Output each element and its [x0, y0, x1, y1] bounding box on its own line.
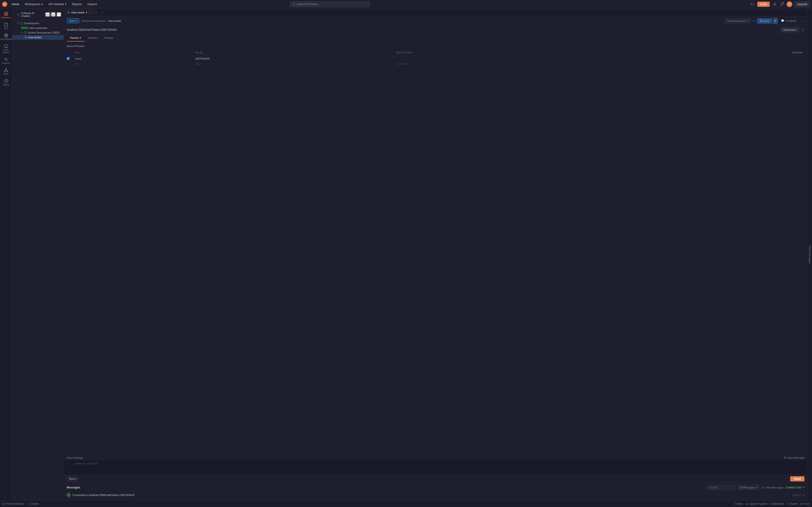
save-message-button[interactable]: Save Message: [784, 456, 805, 459]
save-dropdown-button[interactable]: ▾: [773, 18, 778, 24]
disconnect-button[interactable]: Disconnect: [780, 27, 799, 33]
trash-button[interactable]: Trash: [801, 503, 810, 505]
invite-button[interactable]: Invite: [757, 2, 770, 7]
req-tab-params[interactable]: Params: [67, 35, 85, 42]
bottom-bar: Find and Replace Console Cookies Capture…: [0, 500, 812, 507]
new-message-title: New message: [67, 456, 83, 459]
tab-close-btn[interactable]: ✕: [89, 11, 91, 14]
environment-select[interactable]: No Environment ▾: [725, 18, 751, 23]
upgrade-button[interactable]: Upgrade: [794, 1, 810, 7]
svg-point-30: [754, 20, 755, 21]
nav-reports[interactable]: Reports: [70, 2, 84, 7]
bell-icon-btn[interactable]: [779, 1, 785, 7]
row-key-cell[interactable]: token: [72, 56, 192, 61]
messages-search-input[interactable]: [707, 485, 735, 490]
breadcrumb-parent[interactable]: Socket-Development: [81, 19, 105, 22]
more-options-button[interactable]: ⋯: [57, 12, 61, 17]
sync-icon-btn[interactable]: [750, 1, 755, 7]
placeholder-checkbox-cell: [64, 61, 72, 66]
panel-header: Fullstack AI Chatbot New Import ⋯: [12, 8, 64, 21]
tree-item-token-generator[interactable]: POST token-generator: [12, 25, 64, 30]
app-logo[interactable]: [2, 1, 7, 7]
message-expand-btn[interactable]: ▾: [803, 494, 805, 496]
info-icon[interactable]: [801, 28, 805, 32]
main-area: Collections APIs Environments Mock Serve…: [0, 8, 812, 500]
sidebar-item-environments[interactable]: Environments: [1, 32, 11, 42]
params-table: KEY VALUE DESCRIPTION Bulk Edit token: [64, 49, 807, 66]
token-generator-label: token-generator: [30, 26, 48, 30]
tab-add-btn[interactable]: +: [94, 10, 98, 14]
placeholder-value-cell[interactable]: Value: [192, 61, 393, 66]
bulk-edit-button[interactable]: Bulk Edit: [791, 50, 805, 55]
chevron-icon-socket: ▼: [21, 32, 23, 34]
capture-requests-button[interactable]: Capture requests: [746, 503, 767, 505]
all-messages-filter[interactable]: All Messages ▾: [738, 485, 759, 490]
row-checkbox[interactable]: [67, 57, 69, 60]
bootcamp-button[interactable]: Bootcamp: [770, 503, 784, 505]
nav-home[interactable]: Home: [9, 2, 21, 7]
collections-panel: Fullstack AI Chatbot New Import ⋯ ▼ Deve: [12, 8, 64, 500]
tab-chat-socket[interactable]: chat-socket ✕: [65, 9, 93, 16]
search-bar[interactable]: Search Postman: [290, 1, 370, 7]
import-button[interactable]: Import: [51, 12, 56, 17]
row-desc-cell[interactable]: [393, 56, 611, 61]
sidebar-item-monitors[interactable]: Monitors: [1, 56, 11, 66]
messages-section: Messages All Messages ▾ Clear Messages C…: [64, 483, 807, 500]
socket-development-label: Socket-Development: [28, 31, 52, 34]
req-tab-headers[interactable]: Headers: [85, 35, 101, 42]
message-editor[interactable]: 1 compose message: [64, 460, 807, 474]
raw-mode-button[interactable]: Raw ▾: [67, 18, 80, 23]
env-icon-btn[interactable]: [753, 19, 756, 22]
req-tab-settings[interactable]: Settings: [101, 35, 117, 42]
svg-point-40: [747, 504, 747, 504]
workspace-name-btn[interactable]: Fullstack AI Chatbot: [14, 10, 45, 19]
cookies-button[interactable]: Cookies: [734, 503, 743, 505]
message-type-select[interactable]: Text ▾: [67, 476, 78, 482]
svg-point-3: [775, 3, 776, 3]
placeholder-key-cell[interactable]: Key: [72, 61, 192, 66]
send-button[interactable]: Send: [790, 476, 805, 482]
svg-line-20: [5, 69, 6, 71]
key-col-header: KEY: [72, 49, 192, 56]
sidebar-item-history[interactable]: History: [1, 77, 11, 87]
more-request-btn[interactable]: ⋯: [800, 18, 805, 23]
save-section: Save ▾: [757, 18, 778, 24]
clear-messages-button[interactable]: Clear Messages: [761, 486, 783, 489]
tree-item-chat-socket[interactable]: chat-socket: [12, 35, 64, 40]
params-section: Query Params KEY VALUE DESCRIPTION Bulk …: [64, 42, 807, 455]
runner-button[interactable]: Runner: [786, 503, 798, 505]
params-indicator: [80, 37, 81, 39]
row-checkbox-cell[interactable]: [64, 56, 72, 61]
folder-icon: [20, 22, 23, 25]
panel-header-actions: New Import ⋯: [45, 12, 61, 17]
sidebar-item-collections[interactable]: Collections: [1, 10, 11, 20]
nav-explore[interactable]: Explore: [85, 2, 100, 7]
save-button[interactable]: Save: [757, 18, 772, 23]
find-replace-button[interactable]: Find and Replace: [2, 503, 24, 505]
sync-icon: [751, 3, 754, 6]
sidebar-item-flows[interactable]: Flows: [1, 67, 11, 76]
row-value-cell[interactable]: 3287324424: [192, 56, 393, 61]
collections-icon: [4, 12, 8, 16]
row-actions-cell: [611, 56, 807, 61]
console-icon: [27, 503, 29, 505]
tree-folder-socket-development[interactable]: ▼ Socket-Development BETA: [12, 30, 64, 35]
url-input[interactable]: [67, 28, 779, 32]
avatar[interactable]: U: [786, 1, 792, 7]
sidebar-item-mock-servers[interactable]: Mock Servers: [1, 43, 11, 55]
feedback-button[interactable]: 💬 Feedback: [779, 18, 798, 23]
sidebar-item-apis[interactable]: APIs: [1, 21, 11, 31]
history-label: History: [3, 83, 9, 86]
console-button[interactable]: Console: [27, 503, 39, 505]
tree-folder-development[interactable]: ▼ Development: [12, 21, 64, 25]
placeholder-desc-cell[interactable]: Description: [393, 61, 611, 66]
message-placeholder: compose message: [74, 462, 98, 473]
saved-messages-tab[interactable]: Saved messages: [807, 8, 812, 500]
nav-workspaces[interactable]: Workspaces ▾: [22, 2, 45, 7]
nav-api-network[interactable]: API Network ▾: [46, 2, 69, 7]
mock-servers-label: Mock Servers: [1, 49, 11, 54]
trash-bottom-icon: [801, 503, 803, 505]
tab-unsaved-dot: [86, 12, 87, 13]
tab-more-btn[interactable]: ⋯: [99, 11, 105, 14]
share-icon-btn[interactable]: [772, 1, 777, 7]
